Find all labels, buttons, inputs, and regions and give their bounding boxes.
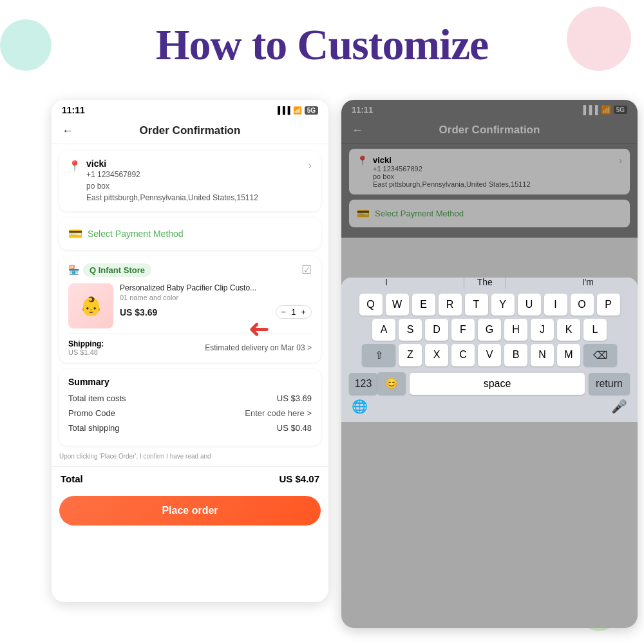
store-badge: 🏪 Q Infant Store [68, 263, 151, 277]
key-s[interactable]: S [399, 319, 422, 341]
store-header: 🏪 Q Infant Store ☑ [68, 263, 312, 277]
address-chevron-icon[interactable]: › [308, 160, 312, 171]
product-variant: 01 name and color [120, 294, 312, 301]
key-r[interactable]: R [439, 294, 462, 316]
product-price-row: US $3.69 − 1 + [120, 305, 312, 319]
store-icon: 🏪 [68, 265, 79, 275]
key-i[interactable]: I [544, 294, 567, 316]
shipping-label: Shipping: [68, 339, 104, 348]
key-e[interactable]: E [412, 294, 435, 316]
keyboard-row-4: 123 😊 space return [344, 370, 635, 395]
signal-icon: ▐▐▐ [275, 106, 290, 114]
product-image: 👶 [68, 283, 113, 328]
key-y[interactable]: Y [491, 294, 515, 316]
wifi-icon: 📶 [293, 106, 302, 115]
key-space[interactable]: space [410, 373, 585, 395]
key-123[interactable]: 123 [349, 373, 377, 395]
right-phone-screenshot: 11:11 ▐▐▐ 📶 5G ← Order Confirmation 📍 vi… [341, 100, 638, 628]
key-shift[interactable]: ⇧ [362, 344, 395, 366]
left-payment-row[interactable]: 💳 Select Payment Method [59, 218, 321, 250]
mic-icon[interactable]: 🎤 [611, 399, 627, 414]
product-price: US $3.69 [120, 307, 157, 317]
keyboard-row-2: A S D F G H J K L [344, 319, 635, 341]
key-q[interactable]: Q [359, 294, 383, 316]
keyboard: I The I'm Q W E R T Y U I O P A S D [341, 278, 638, 422]
note-icon[interactable]: ☑ [301, 263, 312, 277]
key-x[interactable]: X [425, 344, 448, 366]
left-phone-screenshot: 11:11 ▐▐▐ 📶 5G ← Order Confirmation 📍 vi… [52, 100, 328, 602]
summary-title: Summary [68, 377, 312, 387]
promo-value[interactable]: Enter code here > [245, 408, 312, 418]
disclaimer-text: Upon clicking 'Place Order', I confirm I… [59, 452, 321, 461]
key-g[interactable]: G [478, 319, 501, 341]
key-v[interactable]: V [478, 344, 501, 366]
key-k[interactable]: K [557, 319, 580, 341]
left-nav-bar: ← Order Confirmation [52, 118, 328, 144]
key-p[interactable]: P [597, 294, 620, 316]
product-name: Personalized Baby Pacifier Clip Custo... [120, 283, 312, 292]
summary-section: Summary Total item costs US $3.69 Promo … [59, 369, 321, 446]
key-backspace[interactable]: ⌫ [583, 344, 617, 366]
shipping-cost: US $1.48 [68, 348, 104, 356]
key-l[interactable]: L [583, 319, 607, 341]
left-address-card: 📍 vicki +1 1234567892 po box East pittsb… [59, 151, 321, 211]
total-bar: Total US $4.07 [52, 466, 328, 491]
key-d[interactable]: D [425, 319, 448, 341]
address-info: vicki +1 1234567892 po box East pittsbur… [86, 158, 303, 204]
suggestion-im[interactable]: I'm [576, 278, 600, 289]
keyboard-bottom-row: 🌐 🎤 [344, 395, 635, 417]
shipping-total-label: Total shipping [68, 423, 120, 433]
key-f[interactable]: F [451, 319, 475, 341]
left-nav-title: Order Confirmation [140, 124, 241, 137]
summary-item-costs: Total item costs US $3.69 [68, 393, 312, 403]
key-w[interactable]: W [386, 294, 409, 316]
key-j[interactable]: J [531, 319, 554, 341]
summary-promo[interactable]: Promo Code Enter code here > [68, 408, 312, 418]
suggestion-i[interactable]: I [379, 278, 394, 289]
qty-control[interactable]: − 1 + [276, 305, 312, 319]
keyboard-row-1: Q W E R T Y U I O P [344, 294, 635, 316]
product-row: 👶 Personalized Baby Pacifier Clip Custo.… [68, 283, 312, 328]
left-back-button[interactable]: ← [62, 124, 73, 138]
qty-plus[interactable]: + [301, 307, 306, 317]
summary-shipping: Total shipping US $0.48 [68, 423, 312, 433]
key-return[interactable]: return [589, 373, 630, 395]
left-status-bar: 11:11 ▐▐▐ 📶 5G [52, 100, 328, 118]
product-info: Personalized Baby Pacifier Clip Custo...… [120, 283, 312, 319]
key-t[interactable]: T [465, 294, 488, 316]
address-name: vicki [86, 158, 303, 169]
shipping-delivery: Estimated delivery on Mar 03 > [205, 343, 312, 352]
key-u[interactable]: U [518, 294, 541, 316]
left-store-section: 🏪 Q Infant Store ☑ 👶 Personalized Baby P… [59, 256, 321, 363]
key-z[interactable]: Z [399, 344, 422, 366]
item-remarks-modal: Item remarks × Note to seller 0/512 rema… [341, 278, 638, 422]
key-c[interactable]: C [451, 344, 475, 366]
location-icon: 📍 [68, 160, 81, 172]
address-city: East pittsburgh,Pennsylvania,United Stat… [86, 192, 303, 204]
key-b[interactable]: B [504, 344, 527, 366]
store-name: Q Infant Store [83, 263, 151, 277]
item-costs-value: US $3.69 [277, 393, 312, 403]
left-payment-label: Select Payment Method [88, 229, 184, 239]
payment-icon: 💳 [68, 227, 82, 241]
key-a[interactable]: A [372, 319, 395, 341]
keyboard-suggestions: I The I'm [344, 278, 635, 294]
shipping-row: Shipping: US $1.48 Estimated delivery on… [68, 334, 312, 356]
key-o[interactable]: O [571, 294, 594, 316]
key-n[interactable]: N [531, 344, 554, 366]
bg-decoration-teal [0, 19, 52, 71]
page-title: How to Customize [156, 19, 489, 70]
key-emoji[interactable]: 😊 [377, 372, 406, 395]
total-value: US $4.07 [279, 473, 319, 484]
bg-decoration-pink [567, 6, 631, 71]
place-order-button[interactable]: Place order [59, 496, 321, 526]
left-status-time: 11:11 [62, 105, 85, 115]
left-status-icons: ▐▐▐ 📶 5G [275, 106, 318, 115]
qty-minus[interactable]: − [281, 307, 287, 317]
promo-label: Promo Code [68, 408, 115, 418]
suggestion-the[interactable]: The [464, 278, 506, 289]
key-h[interactable]: H [504, 319, 527, 341]
globe-icon[interactable]: 🌐 [352, 399, 368, 414]
key-m[interactable]: M [557, 344, 580, 366]
address-phone: +1 1234567892 [86, 169, 303, 180]
